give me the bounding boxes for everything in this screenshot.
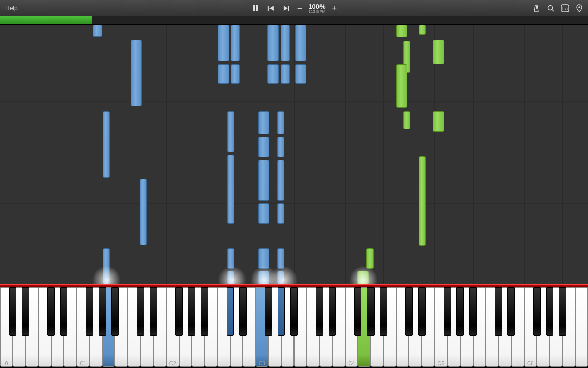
pause-button[interactable] (251, 4, 260, 13)
octave-label: C5 (434, 361, 447, 366)
falling-note (277, 111, 284, 134)
falling-note (131, 40, 142, 106)
keys-container: 0C1C2C3C4C5C6 (0, 287, 588, 368)
progress-bar[interactable] (0, 16, 588, 25)
falling-note (218, 25, 229, 61)
black-key[interactable] (456, 287, 464, 336)
octave-label: C3 (256, 361, 268, 366)
black-key[interactable] (469, 287, 477, 336)
falling-note (140, 179, 147, 245)
metronome-icon[interactable] (532, 4, 541, 13)
falling-note (277, 248, 284, 269)
grid-line-v (77, 25, 77, 284)
falling-note (433, 40, 444, 64)
falling-note (433, 111, 444, 132)
falling-note (277, 160, 284, 201)
black-key[interactable] (533, 287, 541, 336)
grid-line-v (256, 25, 256, 284)
svg-rect-3 (288, 6, 289, 11)
falling-note (227, 111, 234, 152)
next-button[interactable] (282, 4, 291, 13)
black-key[interactable] (405, 287, 413, 336)
marker-icon[interactable] (575, 4, 584, 13)
grid-line-v (294, 25, 295, 284)
black-key[interactable] (86, 287, 93, 336)
black-key[interactable] (495, 287, 502, 336)
falling-note (277, 271, 284, 284)
falling-note (403, 111, 410, 129)
speed-bpm: 113 BPM (308, 10, 325, 14)
falling-note (231, 25, 240, 61)
black-key[interactable] (316, 287, 324, 336)
svg-rect-0 (253, 5, 255, 11)
black-key[interactable] (367, 287, 375, 336)
falling-note (258, 248, 270, 269)
progress-fill (0, 16, 92, 24)
black-key[interactable] (559, 287, 567, 336)
grid-line-v (524, 25, 525, 284)
black-key[interactable] (329, 287, 336, 336)
falling-note (258, 111, 270, 134)
black-key[interactable] (354, 287, 362, 336)
grid-line-h (0, 203, 588, 204)
falling-note (277, 137, 284, 157)
black-key[interactable] (188, 287, 195, 336)
falling-note (419, 25, 426, 35)
falling-note (103, 248, 110, 284)
piano-keyboard[interactable]: 0C1C2C3C4C5C6 (0, 284, 588, 368)
help-menu[interactable]: Help (0, 5, 23, 12)
black-key[interactable] (278, 287, 285, 336)
black-key[interactable] (418, 287, 426, 336)
white-key[interactable] (575, 287, 588, 367)
grid-line-v (115, 25, 115, 284)
grid-line-v (383, 25, 384, 284)
black-key[interactable] (60, 287, 68, 336)
black-key[interactable] (99, 287, 106, 336)
black-key[interactable] (9, 287, 17, 336)
black-key[interactable] (546, 287, 554, 336)
speed-down-button[interactable]: − (297, 3, 303, 14)
falling-note (103, 111, 110, 178)
zoom-icon[interactable] (546, 4, 555, 13)
black-key[interactable] (239, 287, 247, 336)
grid-line-v (166, 25, 167, 284)
black-key[interactable] (444, 287, 451, 336)
grid-line-v (473, 25, 474, 284)
black-key[interactable] (47, 287, 55, 336)
black-key[interactable] (111, 287, 119, 336)
black-key[interactable] (150, 287, 157, 336)
speed-up-button[interactable]: + (332, 3, 337, 14)
falling-note (258, 137, 270, 157)
black-key[interactable] (227, 287, 234, 336)
black-key[interactable] (290, 287, 298, 336)
grid-line-h (0, 101, 588, 102)
black-key[interactable] (265, 287, 273, 336)
octave-label: C2 (166, 361, 179, 366)
falling-note (227, 248, 234, 269)
svg-line-6 (552, 10, 554, 12)
falling-note (295, 64, 306, 84)
falling-note (366, 248, 374, 269)
octave-label: C6 (524, 361, 537, 366)
labels-icon[interactable]: La (560, 4, 570, 13)
black-key[interactable] (201, 287, 208, 336)
note-fall-area (0, 25, 588, 284)
svg-rect-2 (268, 6, 269, 11)
falling-note (357, 271, 369, 284)
black-key[interactable] (22, 287, 30, 336)
prev-button[interactable] (266, 4, 276, 13)
falling-note (267, 25, 279, 61)
black-key[interactable] (507, 287, 515, 336)
svg-point-5 (548, 6, 553, 10)
black-key[interactable] (380, 287, 387, 336)
black-key[interactable] (137, 287, 144, 336)
black-key[interactable] (175, 287, 183, 336)
grid-line-v (562, 25, 563, 284)
falling-note (93, 25, 102, 37)
falling-note (227, 155, 234, 224)
svg-text:La: La (562, 6, 568, 11)
octave-label: C1 (77, 361, 89, 366)
falling-note (419, 156, 426, 246)
falling-note (396, 25, 407, 37)
svg-line-4 (536, 6, 537, 9)
